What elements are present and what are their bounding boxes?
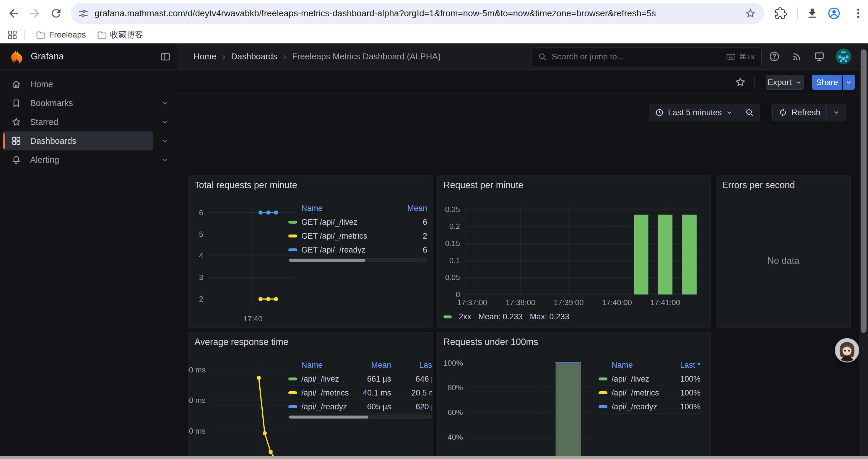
user-avatar[interactable] [836,48,851,64]
zoom-out-button[interactable] [739,104,760,121]
legend-value: 661 µs [356,374,391,384]
news-rss-icon[interactable] [792,51,803,62]
sidebar-item-home[interactable]: Home [0,75,177,94]
sidebar-collapse-icon[interactable] [160,51,171,62]
url-bar[interactable]: grafana.mathmast.com/d/deytv4rwavabkb/fr… [71,3,764,24]
legend-row[interactable]: /api/_/metrics100% [598,386,701,400]
bar-chart[interactable]: 0%20%40%60%80%100%17:40 [442,355,596,459]
chevron-down-icon [726,109,733,116]
panel-title[interactable]: Errors per second [722,180,795,191]
chevron-down-icon[interactable] [161,137,169,145]
folder-icon [97,30,107,40]
refresh-interval-dropdown[interactable] [826,104,845,121]
series-name[interactable]: /api/_/readyz [301,402,347,412]
legend-scrollbar[interactable] [288,415,433,419]
legend-table[interactable]: NameMeanLast */api/_/livez661 µs646 µs/a… [288,359,433,414]
export-button[interactable]: Export [766,75,804,90]
time-range-picker[interactable]: Last 5 minutes [649,104,739,121]
bookmark-star-icon[interactable] [745,7,756,19]
series-name[interactable]: /api/_/livez [612,374,649,384]
site-settings-icon[interactable] [78,7,89,19]
horizontal-scrollbar[interactable] [0,456,868,459]
sidebar-item-starred[interactable]: Starred [0,112,177,131]
refresh-button[interactable]: Refresh [773,104,826,121]
help-icon[interactable] [769,51,780,62]
svg-text:100%: 100% [443,359,463,367]
bookmark-folder-freeleaps[interactable]: Freeleaps [35,30,86,40]
scrollbar-thumb[interactable] [289,416,368,419]
series-name[interactable]: GET /api/_/metrics [301,232,367,241]
legend-table[interactable]: NameMeanGET /api/_/livez6GET /api/_/metr… [288,202,427,257]
search-input[interactable]: Search or jump to... ⌘+k [531,47,762,66]
breadcrumb-home[interactable]: Home [193,52,216,61]
legend-value: 20.5 ms [391,388,433,398]
assistant-avatar[interactable] [834,338,860,363]
series-name[interactable]: /api/_/livez [301,374,339,384]
back-icon[interactable] [7,7,20,20]
forward-icon[interactable] [28,7,41,20]
legend-row[interactable]: GET /api/_/readyz6 [288,243,427,257]
clock-icon [655,108,664,117]
svg-text:2: 2 [199,294,203,303]
panel-title[interactable]: Request per minute [443,180,524,191]
legend-value: 605 µs [356,402,391,412]
chevron-down-icon[interactable] [161,99,169,107]
sidebar-item-dashboards[interactable]: Dashboards [0,131,177,150]
sidebar-brand-row: Grafana [0,43,177,70]
bookmark-folder-blogs[interactable]: 收藏博客 [97,29,143,40]
series-name[interactable]: /api/_/metrics [301,388,349,398]
legend-header[interactable]: NameMean [288,202,427,215]
timeseries-chart[interactable]: 2345617:40 [188,204,297,326]
grafana-logo-icon[interactable] [8,49,23,64]
legend-header[interactable]: NameMeanLast * [288,359,433,372]
legend-scrollbar[interactable] [288,258,427,262]
svg-text:0.2: 0.2 [450,222,460,231]
legend-value: 620 µs [391,402,433,412]
brand-name[interactable]: Grafana [31,51,64,62]
legend-row[interactable]: /api/_/livez661 µs646 µs [288,372,433,386]
sidebar-item-label: Alerting [30,155,59,165]
series-name[interactable]: /api/_/metrics [612,388,659,398]
chart-legend[interactable]: 2xx Mean: 0.233 Max: 0.233 [443,312,569,321]
legend-row[interactable]: /api/_/readyz100% [598,400,701,414]
bar-chart[interactable]: 00.050.10.150.20.2517:37:0017:38:0017:39… [442,202,704,309]
legend-row[interactable]: /api/_/livez100% [598,372,701,386]
timeseries-chart[interactable]: 0 s20 ms40 ms60 ms80 ms17:40 [188,361,297,459]
extensions-icon[interactable] [775,7,787,20]
share-dropdown-button[interactable] [843,75,855,90]
breadcrumb-dashboards[interactable]: Dashboards [231,52,277,61]
panel-title[interactable]: Requests under 100ms [443,337,538,347]
series-name[interactable]: GET /api/_/livez [301,218,358,227]
downloads-icon[interactable] [806,7,818,20]
series-name[interactable]: GET /api/_/readyz [301,245,366,255]
sidebar-item-alerting[interactable]: Alerting [0,150,177,169]
vertical-scrollbar[interactable] [859,43,868,456]
export-label: Export [768,78,792,87]
sidebar-item-bookmarks[interactable]: Bookmarks [0,94,177,112]
chevron-down-icon[interactable] [161,118,169,126]
monitor-icon[interactable] [814,51,825,62]
series-name[interactable]: /api/_/readyz [612,402,657,412]
panel-title[interactable]: Average response time [194,337,288,347]
legend-header[interactable]: NameLast * [598,359,701,372]
legend-row[interactable]: GET /api/_/livez6 [288,215,427,229]
svg-text:4: 4 [199,251,203,260]
series-swatch [288,378,297,381]
scrollbar-thumb[interactable] [861,49,867,333]
series-name[interactable]: 2xx [459,312,471,321]
panel-title[interactable]: Total requests per minute [194,180,297,191]
url-text[interactable]: grafana.mathmast.com/d/deytv4rwavabkb/fr… [95,8,745,18]
browser-menu-icon[interactable] [852,7,864,20]
share-button[interactable]: Share [812,75,842,90]
apps-grid-icon[interactable] [7,30,18,40]
legend-row[interactable]: /api/_/readyz605 µs620 µs [288,400,433,414]
reload-icon[interactable] [50,7,63,20]
profile-icon[interactable] [827,6,841,20]
scrollbar-thumb[interactable] [289,259,366,262]
legend-table[interactable]: NameLast */api/_/livez100%/api/_/metrics… [598,359,701,414]
legend-row[interactable]: GET /api/_/metrics2 [288,229,427,243]
legend-row[interactable]: /api/_/metrics40.1 ms20.5 ms [288,386,433,400]
chevron-down-icon[interactable] [161,156,169,164]
favorite-star-icon[interactable] [735,76,746,88]
series-swatch [288,405,297,408]
